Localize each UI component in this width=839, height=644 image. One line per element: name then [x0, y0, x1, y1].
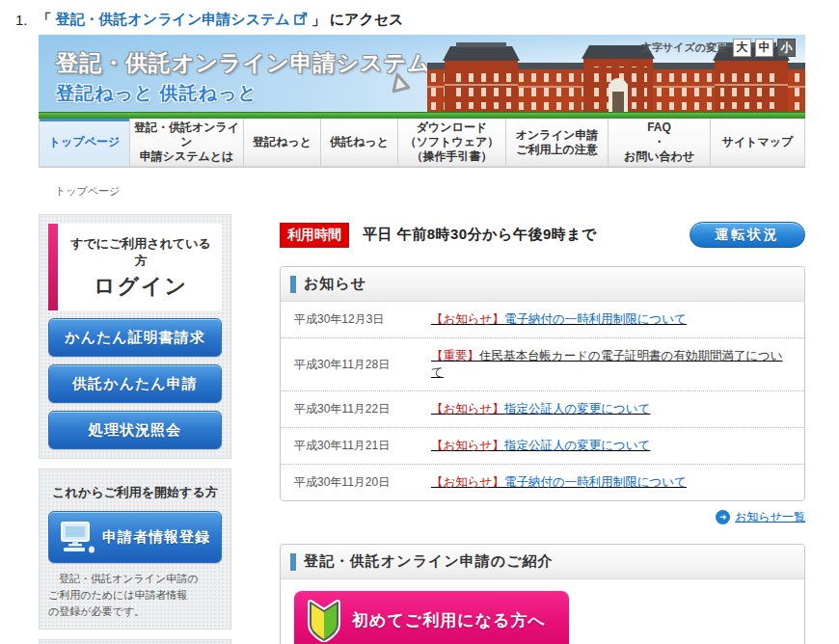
tab-label: オンライン申請 ご利用上の注意 [516, 128, 598, 157]
site-title: 登記・供託オンライン申請システム [56, 48, 431, 78]
tab-label: 登記・供託オンライン 申請システムとは [130, 121, 243, 164]
news-date: 平成30年11月22日 [294, 401, 431, 417]
news-link[interactable]: 【お知らせ】指定公証人の変更について [431, 401, 650, 417]
login-box: すでにご利用されている方 ログイン かんたん証明書請求 供託かんたん申請 処理状… [39, 214, 231, 459]
intro-body: 初めてご利用になる方へ [281, 579, 804, 644]
news-link[interactable]: 【重要】住民基本台帳カードの電子証明書の有効期間満了について [431, 348, 791, 381]
login-accent-bar [48, 224, 58, 310]
tab-label: 登記ねっと [253, 135, 311, 149]
sidebar: すでにご利用されている方 ログイン かんたん証明書請求 供託かんたん申請 処理状… [39, 214, 231, 644]
easy-certificate-request-button[interactable]: かんたん証明書請求 [48, 318, 222, 357]
news-date: 平成30年11月20日 [294, 474, 431, 491]
login-note: すでにご利用されている方 [66, 235, 216, 270]
news-title: 電子納付の一時利用制限について [504, 312, 687, 326]
font-size-widget: 文字サイズの変更 大 中 小 [641, 39, 796, 57]
breadcrumb: トップページ [55, 184, 805, 199]
news-date: 平成30年11月21日 [294, 438, 431, 454]
news-item: 平成30年12月3日 【お知らせ】電子納付の一時利用制限について [281, 302, 804, 338]
tab-sitemap[interactable]: サイトマップ [711, 119, 805, 167]
usage-time-text: 平日 午前8時30分から午後9時まで [363, 226, 597, 244]
news-section-header: お知らせ [281, 267, 804, 302]
tab-about-system[interactable]: 登記・供託オンライン 申請システムとは [130, 119, 244, 167]
login-panel: すでにご利用されている方 ログイン [48, 224, 222, 310]
news-tag: 【お知らせ】 [431, 402, 504, 416]
news-tag: 【お知らせ】 [431, 439, 504, 452]
news-item: 平成30年11月22日 【お知らせ】指定公証人の変更について [281, 391, 804, 428]
news-section: お知らせ 平成30年12月3日 【お知らせ】電子納付の一時利用制限について 平成… [280, 266, 805, 501]
main-content: 利用時間 平日 午前8時30分から午後9時まで 運転状況 お知らせ 平成30年1… [280, 214, 805, 644]
tab-label: FAQ ・ お問い合わせ [624, 121, 694, 164]
news-link[interactable]: 【お知らせ】電子納付の一時利用制限について [431, 311, 687, 328]
operation-status-button[interactable]: 運転状況 [690, 222, 805, 248]
register-note: 登記・供託オンライン申請の ご利用のためには申請者情報 の登録が必要です。 [48, 571, 222, 620]
font-size-small-button[interactable]: 小 [777, 39, 796, 57]
instruction-suffix: にアクセス [330, 11, 404, 29]
tab-faq-contact[interactable]: FAQ ・ お問い合わせ [609, 119, 711, 167]
first-time-user-label: 初めてご利用になる方へ [352, 609, 546, 631]
computer-icon [60, 521, 96, 553]
tab-top-page[interactable]: トップページ [39, 119, 130, 167]
system-link[interactable]: 登記・供託オンライン申請システム [56, 11, 308, 29]
tab-touki-net[interactable]: 登記ねっと [244, 119, 321, 167]
news-link[interactable]: 【お知らせ】電子納付の一時利用制限について [431, 474, 687, 491]
news-date: 平成30年11月28日 [294, 357, 431, 373]
login-title: ログイン [66, 272, 216, 301]
news-tag: 【お知らせ】 [431, 312, 504, 326]
intro-section-header: 登記・供託オンライン申請のご紹介 [281, 545, 804, 579]
usage-time-badge: 利用時間 [280, 223, 349, 248]
site-frame: 登記・供託オンライン申請システム 登記ねっと 供託ねっと [39, 35, 805, 644]
tab-download[interactable]: ダウンロード （ソフトウェア） （操作手引書） [398, 119, 506, 167]
processing-status-button[interactable]: 処理状況照会 [48, 411, 222, 449]
section-accent-bar [290, 553, 296, 571]
news-date: 平成30年12月3日 [294, 311, 431, 328]
tab-label: サイトマップ [722, 135, 794, 149]
news-title: 指定公証人の変更について [504, 402, 650, 416]
bracket-close: 」 [311, 11, 326, 29]
news-item: 平成30年11月21日 【お知らせ】指定公証人の変更について [281, 428, 804, 465]
intro-heading: 登記・供託オンライン申請のご紹介 [304, 552, 553, 571]
register-box: これからご利用を開始する方 申請者情報登録 登記・ [39, 469, 231, 630]
system-link-label: 登記・供託オンライン申請システム [56, 11, 290, 29]
tab-label: トップページ [49, 135, 120, 149]
news-heading: お知らせ [304, 275, 366, 293]
bracket-open: 「 [38, 11, 52, 29]
news-item: 平成30年11月20日 【お知らせ】電子納付の一時利用制限について [281, 465, 804, 500]
arrow-circle-icon: ➜ [716, 510, 730, 524]
section-accent-bar [290, 276, 296, 293]
news-title: 電子納付の一時利用制限について [504, 475, 687, 489]
applicant-registration-button[interactable]: 申請者情報登録 [48, 511, 222, 563]
news-tag: 【重要】 [431, 349, 479, 362]
news-title: 指定公証人の変更について [504, 439, 650, 452]
tab-label: 供託ねっと [330, 135, 389, 149]
instruction-line: 1. 「登記・供託オンライン申請システム」にアクセス [0, 0, 839, 29]
applicant-registration-label: 申請者情報登録 [102, 528, 210, 547]
news-tag: 【お知らせ】 [431, 475, 504, 489]
tab-label: ダウンロード （ソフトウェア） （操作手引書） [405, 121, 500, 164]
instruction-number: 1. [15, 12, 28, 28]
tab-kyotaku-net[interactable]: 供託ねっと [321, 119, 398, 167]
site-banner: 登記・供託オンライン申請システム 登記ねっと 供託ねっと [39, 35, 805, 119]
register-heading: これからご利用を開始する方 [48, 478, 222, 503]
intro-section: 登記・供託オンライン申請のご紹介 初めてご利用になる方へ [280, 544, 805, 644]
beginner-mark-icon [308, 600, 340, 642]
news-title: 住民基本台帳カードの電子証明書の有効期間満了について [431, 349, 783, 379]
first-time-user-button[interactable]: 初めてご利用になる方へ [294, 591, 569, 644]
deposit-easy-application-button[interactable]: 供託かんたん申請 [48, 364, 222, 403]
banner-mark-icon [388, 70, 411, 94]
font-size-label: 文字サイズの変更 [641, 40, 727, 55]
main-navigation: トップページ 登記・供託オンライン 申請システムとは 登記ねっと 供託ねっと ダ… [39, 119, 805, 168]
news-link[interactable]: 【お知らせ】指定公証人の変更について [431, 438, 650, 454]
site-subtitle: 登記ねっと 供託ねっと [56, 81, 257, 106]
news-more-row: ➜ お知らせ一覧 [280, 509, 805, 525]
font-size-large-button[interactable]: 大 [733, 39, 751, 57]
news-item: 平成30年11月28日 【重要】住民基本台帳カードの電子証明書の有効期間満了につ… [281, 338, 804, 391]
external-link-icon [294, 12, 308, 28]
usage-time-row: 利用時間 平日 午前8時30分から午後9時まで 運転状況 [280, 222, 805, 248]
tab-online-notes[interactable]: オンライン申請 ご利用上の注意 [506, 119, 609, 167]
sidebar-extra-box [39, 639, 231, 644]
font-size-medium-button[interactable]: 中 [755, 39, 773, 57]
news-list-link[interactable]: お知らせ一覧 [735, 509, 805, 525]
